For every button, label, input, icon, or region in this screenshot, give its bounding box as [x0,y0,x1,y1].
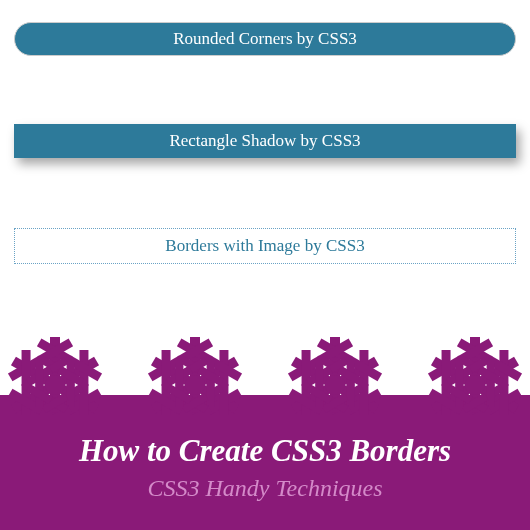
snowflake-decoration [0,317,530,415]
rounded-corners-demo: Rounded Corners by CSS3 [14,22,516,56]
page-title: How to Create CSS3 Borders [0,433,530,469]
rectangle-shadow-label: Rectangle Shadow by CSS3 [169,131,360,150]
snowflake-icon [0,317,530,415]
title-block: How to Create CSS3 Borders CSS3 Handy Te… [0,415,530,530]
rounded-corners-label: Rounded Corners by CSS3 [173,29,357,48]
image-border-demo: Borders with Image by CSS3 [14,228,516,264]
demo-area: Rounded Corners by CSS3 Rectangle Shadow… [0,0,530,264]
rectangle-shadow-demo: Rectangle Shadow by CSS3 [14,124,516,158]
image-border-label: Borders with Image by CSS3 [165,236,364,255]
footer: How to Create CSS3 Borders CSS3 Handy Te… [0,317,530,530]
page-subtitle: CSS3 Handy Techniques [0,475,530,502]
